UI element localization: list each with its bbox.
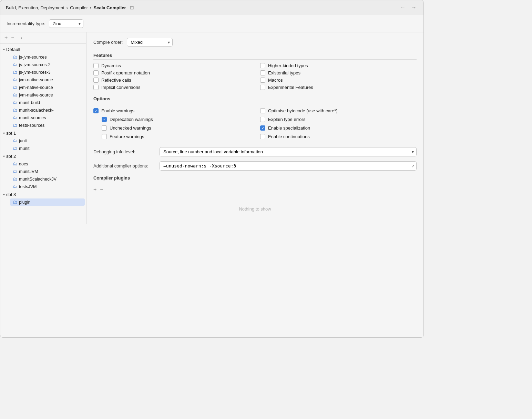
feature-dynamics-checkbox[interactable] — [93, 63, 99, 68]
tree-add-button[interactable]: + — [4, 35, 8, 41]
feature-existential-checkbox[interactable] — [260, 70, 265, 75]
tree-item-jvm-native-source-2[interactable]: 🗂 jvm-native-source — [10, 84, 85, 91]
tree-item-munit-scalacheck[interactable]: 🗂 munit-scalacheck- — [10, 106, 85, 114]
tree-remove-button[interactable]: − — [11, 35, 14, 41]
tree-item-tests-sources[interactable]: 🗂 tests-sources — [10, 122, 85, 129]
collapse-icon-default: ▾ — [3, 48, 5, 51]
feature-reflective-checkbox[interactable] — [93, 78, 99, 83]
tree-item-docs[interactable]: 🗂 docs — [10, 160, 85, 167]
incrementality-label: Incrementality type: — [7, 21, 45, 26]
tree-group-header-default[interactable]: ▾ Default — [0, 46, 86, 53]
breadcrumb-part-2[interactable]: Compiler — [70, 5, 88, 10]
option-deprecation-checkbox[interactable] — [102, 117, 107, 122]
main-content: + − → ▾ Default 🗂 js-jvm-sources — [0, 32, 423, 224]
feature-higher-kinded-checkbox[interactable] — [260, 63, 265, 68]
tree-item-label: munit-scalacheck- — [19, 108, 54, 113]
tree-item-label: js-jvm-sources-2 — [19, 62, 51, 67]
option-optimise-checkbox[interactable] — [260, 108, 265, 113]
tree-group-header-sbt1[interactable]: ▾ sbt 1 — [0, 130, 86, 137]
plugins-header: Compiler plugins — [93, 175, 417, 182]
forward-button[interactable]: → — [410, 4, 418, 11]
file-icon: 🗂 — [13, 200, 17, 205]
tree-group-header-sbt2[interactable]: ▾ sbt 2 — [0, 153, 86, 160]
tree-item-label: munit-build — [19, 100, 40, 105]
option-explain-label: Explain type errors — [268, 117, 305, 122]
options-grid: Enable warnings Deprecation warnings Unc… — [93, 106, 417, 141]
tree-group-header-sbt3[interactable]: ▾ sbt 3 — [0, 191, 86, 198]
file-icon: 🗂 — [13, 62, 17, 67]
debugging-select[interactable]: None Source Line number Source and line … — [160, 147, 417, 156]
compile-order-select[interactable]: Mixed Java then Scala Scala then Java — [127, 38, 173, 47]
tree-item-label: munit — [19, 146, 30, 151]
additional-options-input[interactable] — [160, 161, 417, 171]
tree-item-junit[interactable]: 🗂 junit — [10, 137, 85, 144]
tree-group-label-sbt2: sbt 2 — [6, 154, 16, 159]
feature-experimental-checkbox[interactable] — [260, 85, 265, 90]
tree-item-munitJVM[interactable]: 🗂 munitJVM — [10, 168, 85, 175]
compile-order-row: Compile order: Mixed Java then Scala Sca… — [93, 38, 417, 47]
plugins-remove-button[interactable]: − — [100, 187, 103, 193]
file-icon: 🗂 — [13, 70, 17, 75]
tree-item-label: docs — [19, 162, 28, 166]
tree-items-sbt1: 🗂 junit 🗂 munit — [0, 137, 86, 152]
tree-item-js-jvm-sources[interactable]: 🗂 js-jvm-sources — [10, 53, 85, 61]
compile-order-dropdown[interactable]: Mixed Java then Scala Scala then Java — [127, 38, 173, 47]
option-specialization-checkbox[interactable] — [260, 125, 265, 131]
tree-navigate-button[interactable]: → — [18, 35, 23, 41]
tree-item-label: plugin — [19, 200, 30, 205]
additional-options-row: Additional compiler options: ↗ — [93, 161, 417, 171]
debugging-dropdown[interactable]: None Source Line number Source and line … — [160, 147, 417, 156]
tree-item-js-jvm-sources-2[interactable]: 🗂 js-jvm-sources-2 — [10, 61, 85, 68]
plugins-add-button[interactable]: + — [93, 187, 96, 193]
option-unchecked-checkbox[interactable] — [102, 125, 107, 131]
option-feature-warnings: Feature warnings — [93, 132, 250, 141]
tree-item-label: munitJVM — [19, 169, 38, 174]
option-enable-warnings-label: Enable warnings — [101, 108, 134, 113]
option-feature-checkbox[interactable] — [102, 134, 107, 139]
file-icon: 🗂 — [13, 169, 17, 174]
feature-higher-kinded: Higher-kinded types — [260, 63, 417, 68]
option-continuations-checkbox[interactable] — [260, 134, 265, 139]
back-button[interactable]: ← — [399, 4, 407, 11]
tree-item-jvm-native-source-3[interactable]: 🗂 jvm-native-source — [10, 91, 85, 99]
file-icon: 🗂 — [13, 115, 17, 120]
features-grid: Dynamics Higher-kinded types Postfix ope… — [93, 63, 417, 90]
tree-group-sbt2: ▾ sbt 2 🗂 docs 🗂 munitJVM 🗂 — [0, 153, 86, 190]
tree-items-sbt3: 🗂 plugin — [0, 198, 86, 206]
tree-group-label-sbt1: sbt 1 — [6, 131, 16, 136]
option-enable-specialization: Enable specialization — [260, 124, 417, 132]
window-icon: ⊡ — [130, 5, 134, 10]
tree-item-munitScalacheckJV[interactable]: 🗂 munitScalacheckJV — [10, 175, 85, 183]
tree-item-munit[interactable]: 🗂 munit — [10, 145, 85, 152]
tree-item-js-jvm-sources-3[interactable]: 🗂 js-jvm-sources-3 — [10, 69, 85, 76]
tree-item-plugin[interactable]: 🗂 plugin — [10, 198, 85, 206]
tree-items-default: 🗂 js-jvm-sources 🗂 js-jvm-sources-2 🗂 js… — [0, 53, 86, 129]
breadcrumb-part-1[interactable]: Build, Execution, Deployment — [6, 5, 64, 10]
tree-item-label: js-jvm-sources-3 — [19, 70, 51, 75]
feature-macros-label: Macros — [268, 78, 283, 83]
expand-icon[interactable]: ↗ — [411, 164, 415, 168]
file-icon: 🗂 — [13, 85, 17, 90]
feature-experimental-label: Experimental Features — [268, 85, 313, 90]
tree-item-label: munit-sources — [19, 115, 46, 120]
tree-item-jvm-native-source-1[interactable]: 🗂 jvm-native-source — [10, 76, 85, 83]
main-window: Build, Execution, Deployment › Compiler … — [0, 0, 424, 338]
option-enable-warnings-checkbox[interactable] — [93, 108, 99, 113]
option-optimise-bytecode: Optimise bytecode (use with care*) — [260, 106, 417, 115]
incrementality-dropdown[interactable]: Zinc IDEA — [49, 19, 83, 28]
file-icon: 🗂 — [13, 123, 17, 128]
option-explain-checkbox[interactable] — [260, 117, 265, 122]
tree-item-munit-sources[interactable]: 🗂 munit-sources — [10, 114, 85, 121]
incrementality-select[interactable]: Zinc IDEA — [49, 19, 83, 28]
options-left: Enable warnings Deprecation warnings Unc… — [93, 106, 250, 141]
tree-items-sbt2: 🗂 docs 🗂 munitJVM 🗂 munitScalacheckJV — [0, 160, 86, 190]
feature-postfix-checkbox[interactable] — [93, 70, 99, 75]
feature-macros-checkbox[interactable] — [260, 78, 265, 83]
file-icon: 🗂 — [13, 54, 17, 60]
tree-item-munit-build[interactable]: 🗂 munit-build — [10, 99, 85, 106]
feature-implicit: Implicit conversions — [93, 85, 250, 90]
tree-item-testsJVM[interactable]: 🗂 testsJVM — [10, 183, 85, 190]
feature-implicit-checkbox[interactable] — [93, 85, 99, 90]
file-icon: 🗂 — [13, 176, 17, 182]
collapse-icon-sbt3: ▾ — [3, 193, 5, 196]
